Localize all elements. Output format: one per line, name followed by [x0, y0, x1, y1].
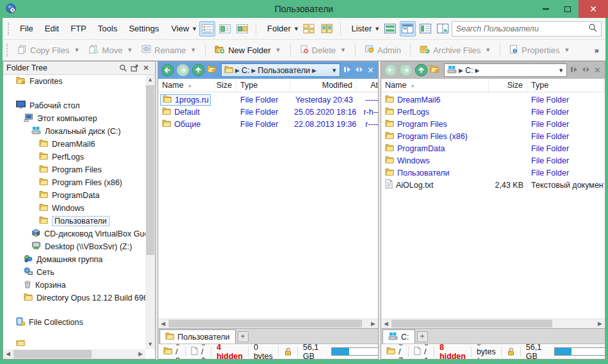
close-button[interactable]: ✕ [579, 0, 608, 18]
new-tab-button[interactable]: + [417, 331, 428, 342]
file-list[interactable]: DreamMail6File FolderPerfLogsFile Folder… [381, 92, 605, 318]
dropdown-caret[interactable]: ▼ [275, 47, 281, 53]
lister-tree-button[interactable] [417, 21, 433, 37]
tree-vertical-scrollbar[interactable]: ▲ ▼ [145, 75, 155, 349]
back-button[interactable] [384, 63, 397, 77]
tree-item-сеть[interactable]: Сеть [3, 266, 145, 279]
file-row-dreammail6[interactable]: DreamMail6File Folder [381, 94, 605, 106]
tree-undock-icon[interactable] [129, 65, 140, 72]
new-folder-button[interactable]: New Folder▼ [210, 42, 285, 58]
copy-files-button[interactable]: Copy Files▼ [13, 42, 84, 58]
column-header-name[interactable]: Name▲ [381, 79, 489, 92]
scroll-down-arrow[interactable]: ▼ [145, 340, 155, 349]
tab-c[interactable]: C: [382, 329, 415, 343]
column-header-modified[interactable]: Modified [290, 79, 357, 92]
tree-item-file-collections[interactable]: File Collections [3, 316, 145, 329]
scroll-left-arrow[interactable]: ◀ [3, 349, 13, 359]
toolbar-overflow-chevron[interactable]: » [595, 46, 599, 55]
move-button[interactable]: Move▼ [84, 42, 137, 58]
scroll-left-arrow[interactable]: ◀ [381, 319, 391, 329]
menu-settings[interactable]: Settings [123, 21, 165, 36]
scroll-right-arrow[interactable]: ▶ [136, 349, 145, 359]
tree-item-dreammail6[interactable]: DreamMail6 [3, 138, 145, 151]
dropdown-caret[interactable]: ▼ [485, 47, 491, 53]
breadcrumb-item[interactable]: C: [242, 66, 250, 75]
file-row-1progs-ru[interactable]: 1progs.ruFile FolderYesterday 20:43----- [158, 94, 378, 106]
column-header-size[interactable]: Size [489, 79, 527, 92]
file-row-пользователи[interactable]: ПользователиFile Folder [381, 167, 605, 179]
tree-horizontal-scrollbar[interactable]: ◀ ▶ [3, 349, 145, 359]
up-button[interactable] [192, 63, 205, 77]
view-menu[interactable]: View▼ [165, 21, 199, 36]
dropdown-caret[interactable]: ▼ [74, 47, 79, 53]
scroll-right-arrow[interactable]: ▶ [595, 319, 605, 329]
tree-item-perflogs[interactable]: PerfLogs [3, 151, 145, 163]
properties-button[interactable]: Properties▼ [505, 42, 574, 58]
favorites-button[interactable] [430, 65, 442, 76]
breadcrumb-dropdown[interactable]: ▼ [558, 67, 564, 74]
tree-item-локальный-диск-c[interactable]: Локальный диск (C:) [3, 125, 145, 138]
lister-menu[interactable]: Lister▼ [345, 21, 381, 36]
new-tab-button[interactable]: + [238, 331, 249, 342]
admin-button[interactable]: Admin [360, 42, 406, 58]
pane-close-icon[interactable]: ✕ [594, 65, 601, 75]
file-row-program-files[interactable]: Program FilesFile Folder [381, 118, 605, 130]
tree-vscroll-thumb[interactable] [146, 85, 154, 255]
delete-button[interactable]: Delete▼ [295, 42, 351, 58]
column-header-at[interactable]: At [357, 79, 378, 92]
tree-item-пользователи[interactable]: Пользователи [3, 215, 145, 228]
tree-item-favorites[interactable]: Favorites [3, 75, 145, 88]
search-input[interactable] [456, 24, 588, 33]
menu-file[interactable]: File [14, 21, 39, 36]
favorites-button[interactable] [207, 65, 219, 76]
breadcrumb[interactable]: ▶C:▶Пользователи▶▼ [221, 63, 340, 77]
tree-close-icon[interactable]: ✕ [140, 63, 152, 72]
tree-item-programdata[interactable]: ProgramData [3, 189, 145, 202]
menu-edit[interactable]: Edit [39, 21, 65, 36]
up-button[interactable] [415, 63, 428, 77]
lister-vertical-button[interactable] [400, 21, 416, 37]
file-row-program-files-x86[interactable]: Program Files (x86)File Folder [381, 130, 605, 142]
folder-grid-button[interactable] [301, 21, 317, 37]
hscroll-thumb[interactable] [391, 320, 552, 327]
scroll-right-arrow[interactable]: ▶ [368, 319, 378, 329]
toolbar-grip[interactable] [6, 44, 9, 56]
file-row-programdata[interactable]: ProgramDataFile Folder [381, 142, 605, 154]
scroll-left-arrow[interactable]: ◀ [158, 319, 168, 329]
archive-files-button[interactable]: Archive Files▼ [415, 42, 495, 58]
file-row-windows[interactable]: WindowsFile Folder [381, 154, 605, 167]
breadcrumb-item[interactable]: C: [465, 66, 473, 75]
horizontal-scrollbar[interactable]: ◀▶ [158, 318, 378, 328]
hscroll-thumb[interactable] [168, 320, 362, 327]
breadcrumb-item[interactable]: Пользователи [258, 66, 310, 75]
tree-item-desktop-vboxsvr-z[interactable]: Desktop (\\VBoxSvr) (Z:) [3, 240, 145, 253]
tree-item-program-files[interactable]: Program Files [3, 163, 145, 176]
forward-button[interactable] [399, 63, 413, 77]
tree-item-clipped[interactable] [3, 340, 145, 346]
lister-horizontal-button[interactable] [382, 21, 398, 37]
menu-ftp[interactable]: FTP [65, 21, 92, 36]
tab-пользователи[interactable]: Пользователи [160, 329, 236, 343]
pane-split-icon[interactable] [570, 66, 578, 75]
folder-panes-button[interactable] [318, 21, 334, 37]
view-list-button[interactable] [217, 21, 233, 37]
file-row-default[interactable]: DefaultFile Folder25.05.2020 18:16r-h-- [158, 106, 378, 118]
column-header-size[interactable]: Size [215, 79, 236, 92]
back-button[interactable] [161, 63, 174, 77]
view-details-button[interactable] [199, 21, 215, 37]
pane-swap-icon[interactable] [355, 66, 363, 75]
file-list[interactable]: 1progs.ruFile FolderYesterday 20:43-----… [158, 92, 378, 318]
tree-item-cd-дисковод-virtualbox-gue[interactable]: CD-дисковод VirtualBox Gue [3, 228, 145, 240]
pane-split-icon[interactable] [343, 66, 351, 75]
dropdown-caret[interactable]: ▼ [190, 47, 196, 53]
rename-button[interactable]: Rename▼ [137, 42, 201, 58]
lister-viewer-button[interactable] [434, 21, 450, 37]
file-row-общие[interactable]: ОбщиеFile Folder22.08.2013 19:36r---- [158, 118, 378, 130]
breadcrumb-dropdown[interactable]: ▼ [331, 67, 337, 74]
tree-item-windows[interactable]: Windows [3, 202, 145, 215]
column-header-type[interactable]: Type [236, 79, 290, 92]
toolbar-grip[interactable] [8, 22, 10, 35]
column-header-type[interactable]: Type [527, 79, 604, 92]
folder-menu[interactable]: Folder▼ [261, 21, 300, 36]
unlock-icon[interactable] [279, 347, 298, 357]
